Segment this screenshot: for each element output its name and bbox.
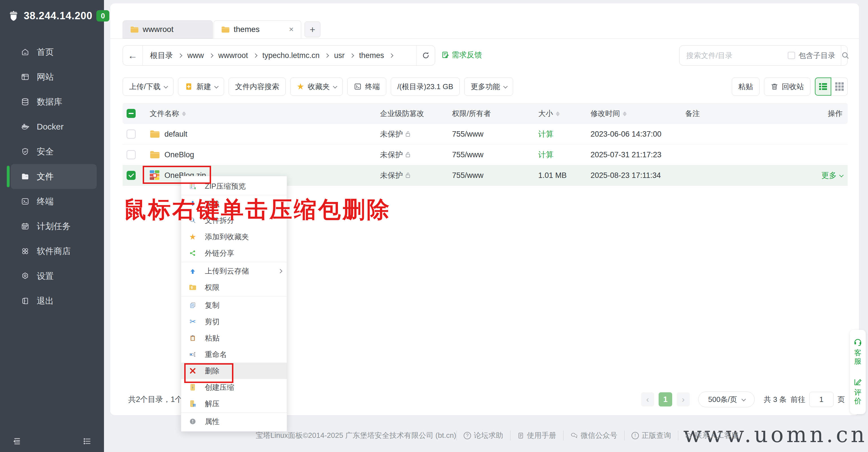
- content-search-button[interactable]: 文件内容搜索: [228, 78, 286, 95]
- calc-size-link[interactable]: 计算: [538, 130, 554, 138]
- shield-check-icon: [21, 147, 29, 156]
- upload-download-button[interactable]: 上传/下载: [123, 78, 174, 95]
- footer-link-manual[interactable]: 使用手册: [510, 430, 563, 441]
- menu-item-rename[interactable]: 重命名: [181, 346, 287, 363]
- breadcrumb-item[interactable]: 根目录: [150, 50, 173, 60]
- header-ops: 操作: [807, 109, 848, 118]
- menu-item-cut[interactable]: ✂ 剪切: [181, 313, 287, 330]
- next-page-button[interactable]: ›: [677, 392, 690, 406]
- menu-style-icon[interactable]: [83, 437, 92, 446]
- row-checkbox[interactable]: [127, 150, 135, 159]
- tab-themes[interactable]: themes ×: [214, 20, 301, 38]
- feedback-link[interactable]: 需求反馈: [441, 50, 482, 60]
- tamper-status: 未保护: [380, 170, 403, 180]
- collapse-sidebar-icon[interactable]: [12, 437, 22, 446]
- sidebar-item-docker[interactable]: Docker: [11, 114, 97, 139]
- sidebar-item-settings[interactable]: 设置: [11, 264, 97, 288]
- sidebar-item-database[interactable]: 数据库: [11, 89, 97, 114]
- permission-icon: [189, 284, 196, 291]
- header-size[interactable]: 大小: [538, 109, 591, 118]
- sidebar-item-terminal[interactable]: 终端: [11, 189, 97, 214]
- tab-close-icon[interactable]: ×: [289, 25, 293, 34]
- sidebar-item-cron[interactable]: 计划任务: [11, 214, 97, 239]
- select-all-checkbox[interactable]: [127, 109, 135, 118]
- alert-count-badge[interactable]: 0: [96, 10, 110, 22]
- sidebar-item-label: 软件商店: [37, 246, 71, 257]
- breadcrumb-item[interactable]: wwwroot: [218, 51, 248, 60]
- menu-item-paste[interactable]: 粘贴: [181, 330, 287, 346]
- tab-wwwroot[interactable]: wwwroot: [123, 20, 213, 38]
- paste-button[interactable]: 粘贴: [732, 78, 760, 95]
- footer-link-forum[interactable]: ? 论坛求助: [456, 430, 510, 441]
- more-functions-button[interactable]: 更多功能: [464, 78, 513, 95]
- mtime: 2025-07-31 21:17:23: [591, 150, 685, 159]
- chevron-right-icon: [178, 53, 183, 58]
- rate-button[interactable]: 评价: [854, 377, 862, 405]
- breadcrumb-item[interactable]: themes: [359, 51, 384, 60]
- customer-service-button[interactable]: 客服: [854, 337, 862, 365]
- menu-item-label: 粘贴: [205, 333, 220, 343]
- sidebar-item-appstore[interactable]: 软件商店: [11, 239, 97, 264]
- menu-item-label: 重命名: [205, 349, 227, 360]
- current-page-button[interactable]: 1: [659, 392, 672, 406]
- header-label: 修改时间: [591, 109, 620, 118]
- breadcrumb-item[interactable]: www: [187, 51, 204, 60]
- list-view-button[interactable]: [815, 78, 831, 95]
- page-size-select[interactable]: 500条/页: [698, 392, 755, 407]
- menu-item-create-archive[interactable]: 创建压缩: [181, 379, 287, 395]
- tab-label: themes: [234, 25, 260, 34]
- chevron-down-icon: [839, 173, 844, 177]
- row-checkbox[interactable]: [127, 130, 135, 139]
- sidebar-item-security[interactable]: 安全: [11, 139, 97, 164]
- menu-item-permission[interactable]: 权限: [181, 279, 287, 295]
- grid-view-button[interactable]: [831, 78, 848, 95]
- footer-link-wechat[interactable]: 微信公众号: [563, 430, 624, 441]
- recycle-bin-button[interactable]: 回收站: [764, 78, 810, 95]
- menu-item-zip-preview[interactable]: ZIP压缩预览: [181, 178, 287, 194]
- row-more-button[interactable]: 更多: [822, 170, 843, 180]
- chevron-right-icon: [349, 53, 354, 58]
- footer-link-support[interactable]: 联系人工客服: [678, 430, 746, 441]
- search-button[interactable]: [841, 46, 849, 65]
- sidebar-item-logout[interactable]: 退出: [11, 288, 97, 313]
- menu-item-copy[interactable]: 复制: [181, 297, 287, 313]
- new-button[interactable]: 新建: [178, 78, 224, 95]
- sidebar-item-files[interactable]: 文件: [11, 164, 97, 189]
- sidebar-item-website[interactable]: 网站: [11, 64, 97, 89]
- header-mtime[interactable]: 修改时间: [591, 109, 685, 118]
- goto-page-input[interactable]: [809, 392, 834, 407]
- row-checkbox-checked[interactable]: [127, 171, 135, 180]
- header-name[interactable]: 文件名称: [150, 109, 380, 118]
- terminal-button[interactable]: 终端: [347, 78, 386, 95]
- sort-icon[interactable]: [182, 111, 186, 116]
- footer-link-label: 论坛求助: [474, 430, 503, 441]
- sort-icon[interactable]: [556, 111, 560, 116]
- back-button[interactable]: ←: [123, 46, 143, 65]
- menu-item-delete[interactable]: 删除: [181, 363, 287, 379]
- menu-item-extract[interactable]: 解压: [181, 395, 287, 412]
- refresh-button[interactable]: [416, 46, 435, 65]
- favorites-button[interactable]: ★ 收藏夹: [290, 78, 343, 95]
- new-tab-button[interactable]: +: [305, 22, 320, 37]
- pagination: ‹ 1 › 500条/页 共 3 条 前往 页: [641, 392, 845, 407]
- menu-item-properties[interactable]: 属性: [181, 413, 287, 430]
- search-input[interactable]: [680, 51, 788, 60]
- file-name[interactable]: OneBlog: [164, 150, 194, 159]
- disk-usage-button[interactable]: /(根目录)23.1 GB: [391, 78, 460, 95]
- menu-item-add-favorite[interactable]: ★ 添加到收藏夹: [181, 229, 287, 245]
- terminal-icon: [21, 197, 29, 206]
- calc-size-link[interactable]: 计算: [538, 150, 554, 159]
- breadcrumb-item[interactable]: usr: [334, 51, 345, 60]
- menu-item-share-link[interactable]: 外链分享: [181, 245, 287, 261]
- sidebar-item-home[interactable]: 首页: [11, 39, 97, 64]
- breadcrumb-item[interactable]: typecho.letmc.cn: [262, 51, 320, 60]
- include-subdir-checkbox[interactable]: [788, 52, 795, 59]
- prev-page-button[interactable]: ‹: [641, 392, 654, 406]
- sort-icon[interactable]: [623, 111, 627, 116]
- footer-link-license[interactable]: ! 正版查询: [624, 430, 678, 441]
- table-row[interactable]: default 未保护 755/www 计算 2023-06-06 14:37:…: [123, 124, 848, 144]
- table-row[interactable]: OneBlog 未保护 755/www 计算 2025-07-31 21:17:…: [123, 144, 848, 165]
- menu-item-upload-cloud[interactable]: 上传到云存储: [181, 263, 287, 279]
- file-name[interactable]: default: [164, 130, 187, 139]
- folder-icon: [150, 130, 160, 138]
